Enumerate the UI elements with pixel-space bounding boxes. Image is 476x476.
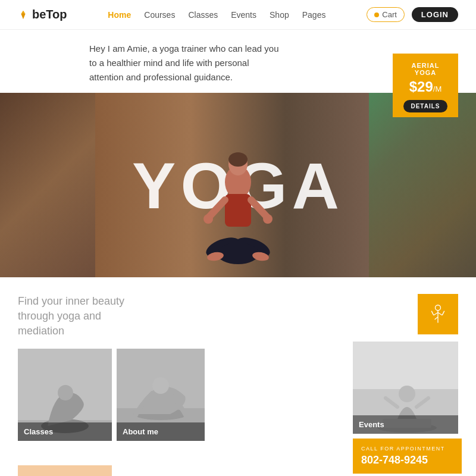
hero-tagline: Hey I am Amie, a yoga trainer who can le…: [0, 30, 298, 93]
call-label: CALL FOR APPOINTMENT: [361, 446, 453, 452]
details-button[interactable]: DETAILS: [403, 100, 447, 112]
aboutme-card[interactable]: About me: [117, 349, 205, 441]
section-tagline: Find your inner beauty through yoga and …: [18, 294, 149, 339]
svg-point-13: [203, 214, 213, 224]
section-below: Find your inner beauty through yoga and …: [0, 277, 476, 474]
logo[interactable]: beTop: [18, 8, 67, 21]
nav-home[interactable]: Home: [108, 10, 131, 20]
person-figure: [190, 146, 286, 277]
nav-classes[interactable]: Classes: [188, 10, 218, 20]
section-right: Events CALL FOR APPOINTMENT 802-748-9245: [348, 294, 458, 474]
aerial-card: AERIAL YOGA $29/M DETAILS: [393, 54, 458, 117]
svg-rect-5: [225, 194, 251, 227]
svg-line-28: [435, 317, 438, 320]
svg-point-14: [263, 214, 273, 224]
bottom-strip: [18, 465, 112, 476]
svg-line-30: [442, 311, 444, 315]
phone-number[interactable]: 802-748-9245: [361, 454, 453, 466]
svg-line-25: [434, 312, 438, 315]
svg-point-10: [217, 243, 259, 264]
temple-left: [0, 93, 95, 277]
section-left: Find your inner beauty through yoga and …: [18, 294, 348, 474]
grid-images: Classes: [18, 349, 348, 441]
logo-icon: [18, 10, 29, 20]
events-label: Events: [353, 415, 458, 434]
nav-courses[interactable]: Courses: [144, 10, 175, 20]
events-card[interactable]: Events: [353, 342, 458, 434]
cart-label: Cart: [382, 10, 397, 19]
login-button[interactable]: LOGIN: [412, 7, 458, 22]
svg-point-4: [228, 152, 248, 167]
svg-rect-32: [353, 342, 458, 389]
cart-dot: [374, 12, 379, 17]
main-nav: Home Courses Classes Events Shop Pages: [108, 10, 325, 20]
svg-point-22: [152, 377, 169, 394]
header-right: Cart LOGIN: [367, 7, 458, 22]
svg-line-29: [431, 311, 434, 315]
nav-pages[interactable]: Pages: [302, 10, 326, 20]
svg-line-26: [438, 312, 442, 315]
hero-image: YOGA: [0, 93, 476, 277]
yoga-icon-box: [418, 294, 458, 334]
nav-events[interactable]: Events: [231, 10, 256, 20]
classes-card[interactable]: Classes: [18, 349, 112, 441]
svg-point-23: [436, 305, 441, 311]
header: beTop Home Courses Classes Events Shop P…: [0, 0, 476, 30]
call-box: CALL FOR APPOINTMENT 802-748-9245: [353, 439, 462, 474]
svg-point-18: [58, 385, 73, 400]
temple-right: [369, 93, 476, 277]
logo-text: beTop: [32, 8, 67, 21]
cart-button[interactable]: Cart: [367, 7, 405, 22]
yoga-pose-icon: [427, 303, 449, 325]
svg-marker-1: [21, 12, 25, 19]
svg-point-36: [399, 386, 415, 402]
aerial-price: $29/M: [403, 79, 447, 95]
nav-shop[interactable]: Shop: [270, 10, 289, 20]
aerial-title: AERIAL YOGA: [403, 62, 447, 76]
aboutme-label: About me: [117, 422, 205, 441]
classes-label: Classes: [18, 422, 112, 441]
